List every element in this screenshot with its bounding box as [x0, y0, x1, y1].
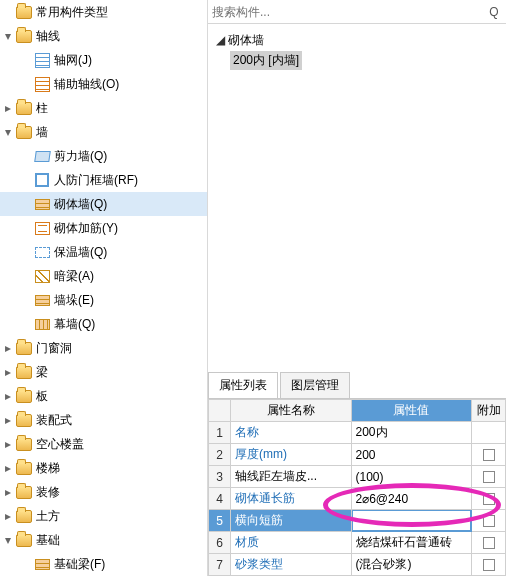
prop-value[interactable]: 200 — [351, 444, 472, 466]
expand-icon: ▸ — [2, 414, 14, 426]
row-index: 5 — [209, 510, 231, 532]
prop-name[interactable]: 材质 — [231, 532, 352, 554]
tree-leaf-darkbeam[interactable]: 暗梁(A) — [0, 264, 207, 288]
tree-node-axis[interactable]: ▾ 轴线 — [0, 24, 207, 48]
table-row[interactable]: 2厚度(mm)200 — [209, 444, 506, 466]
folder-icon — [16, 30, 32, 43]
table-row[interactable]: 7砂浆类型(混合砂浆) — [209, 554, 506, 576]
table-row[interactable]: 1名称200内 — [209, 422, 506, 444]
table-row[interactable]: 4砌体通长筋2⌀6@240 — [209, 488, 506, 510]
prop-ext[interactable] — [472, 466, 506, 488]
tree-label: 砌体墙(Q) — [54, 196, 107, 213]
checkbox-icon[interactable] — [483, 471, 495, 483]
collapse-icon: ▾ — [2, 30, 14, 42]
folder-icon — [16, 126, 32, 139]
viewer-group[interactable]: ◢ 砌体墙 — [216, 30, 498, 50]
expand-icon: ▸ — [2, 102, 14, 114]
tree-label: 剪力墙(Q) — [54, 148, 107, 165]
checkbox-icon[interactable] — [483, 559, 495, 571]
prop-value[interactable]: 烧结煤矸石普通砖 — [351, 532, 472, 554]
prop-value[interactable]: (100) — [351, 466, 472, 488]
prop-name[interactable]: 轴线距左墙皮... — [231, 466, 352, 488]
tree-node-3[interactable]: ▸装配式 — [0, 408, 207, 432]
tree-node-wall[interactable]: ▾ 墙 — [0, 120, 207, 144]
col-header-name[interactable]: 属性名称 — [231, 400, 352, 422]
expand-icon: ▸ — [2, 390, 14, 402]
col-header-value[interactable]: 属性值 — [351, 400, 472, 422]
expand-icon: ▸ — [2, 486, 14, 498]
expand-icon: ▸ — [2, 462, 14, 474]
checkbox-icon[interactable] — [483, 493, 495, 505]
folder-icon — [16, 486, 32, 499]
tree-leaf-curtainwall[interactable]: 幕墙(Q) — [0, 312, 207, 336]
table-row[interactable]: 3轴线距左墙皮...(100) — [209, 466, 506, 488]
collapse-icon: ◢ — [216, 33, 228, 47]
prop-ext[interactable] — [472, 422, 506, 444]
pier-icon — [34, 292, 50, 308]
tree-node-6[interactable]: ▸装修 — [0, 480, 207, 504]
prop-value[interactable] — [351, 510, 472, 532]
prop-ext[interactable] — [472, 532, 506, 554]
folder-icon — [16, 414, 32, 427]
tree-leaf-foundation-beam[interactable]: 基础梁(F) — [0, 552, 207, 576]
tree-leaf-axis-grid[interactable]: 轴网(J) — [0, 48, 207, 72]
tree-node-2[interactable]: ▸板 — [0, 384, 207, 408]
prop-ext[interactable] — [472, 444, 506, 466]
curtainwall-icon — [34, 316, 50, 332]
checkbox-icon[interactable] — [483, 449, 495, 461]
tree-label: 暗梁(A) — [54, 268, 94, 285]
tree-leaf-masonry-rebar[interactable]: 砌体加筋(Y) — [0, 216, 207, 240]
prop-ext[interactable] — [472, 554, 506, 576]
prop-name[interactable]: 名称 — [231, 422, 352, 444]
tree-node-1[interactable]: ▸梁 — [0, 360, 207, 384]
search-hint-icon: Q — [486, 5, 502, 19]
folder-icon — [16, 342, 32, 355]
search-input[interactable] — [212, 5, 486, 19]
folder-icon — [16, 6, 32, 19]
prop-name[interactable]: 砂浆类型 — [231, 554, 352, 576]
col-header-ext[interactable]: 附加 — [472, 400, 506, 422]
row-index: 7 — [209, 554, 231, 576]
tree-label: 保温墙(Q) — [54, 244, 107, 261]
tab-layers[interactable]: 图层管理 — [280, 372, 350, 398]
tree-leaf-masonry[interactable]: 砌体墙(Q) — [0, 192, 207, 216]
tab-properties[interactable]: 属性列表 — [208, 372, 278, 398]
prop-name[interactable]: 砌体通长筋 — [231, 488, 352, 510]
tree-node-column[interactable]: ▸ 柱 — [0, 96, 207, 120]
checkbox-icon[interactable] — [483, 515, 495, 527]
viewer-item[interactable]: 200内 [内墙] — [216, 50, 498, 70]
tree-leaf-shearwall[interactable]: 剪力墙(Q) — [0, 144, 207, 168]
prop-ext[interactable] — [472, 510, 506, 532]
prop-name[interactable]: 厚度(mm) — [231, 444, 352, 466]
tree-leaf-insulation[interactable]: 保温墙(Q) — [0, 240, 207, 264]
row-index: 2 — [209, 444, 231, 466]
folder-icon — [16, 102, 32, 115]
tree-label: 墙垛(E) — [54, 292, 94, 309]
table-row[interactable]: 5横向短筋 — [209, 510, 506, 532]
tree-node-7[interactable]: ▸土方 — [0, 504, 207, 528]
darkbeam-icon — [34, 268, 50, 284]
tree-leaf-doorframewall[interactable]: 人防门框墙(RF) — [0, 168, 207, 192]
tree-node-0[interactable]: ▸门窗洞 — [0, 336, 207, 360]
prop-value[interactable]: 2⌀6@240 — [351, 488, 472, 510]
tree-node-common[interactable]: 常用构件类型 — [0, 0, 207, 24]
prop-ext[interactable] — [472, 488, 506, 510]
right-panel: Q ◢ 砌体墙 200内 [内墙] 属性列表 图层管理 属性名称 属性值 附加 … — [208, 0, 506, 576]
tree-node-8[interactable]: ▾基础 — [0, 528, 207, 552]
folder-icon — [16, 390, 32, 403]
tree-label: 柱 — [36, 100, 48, 117]
prop-name[interactable]: 横向短筋 — [231, 510, 352, 532]
expand-icon: ▸ — [2, 510, 14, 522]
table-row[interactable]: 6材质烧结煤矸石普通砖 — [209, 532, 506, 554]
checkbox-icon[interactable] — [483, 537, 495, 549]
prop-tabs: 属性列表 图层管理 — [208, 372, 506, 399]
expand-icon: ▸ — [2, 438, 14, 450]
tree-node-4[interactable]: ▸空心楼盖 — [0, 432, 207, 456]
row-index: 3 — [209, 466, 231, 488]
tree-label: 空心楼盖 — [36, 436, 84, 453]
tree-leaf-pier[interactable]: 墙垛(E) — [0, 288, 207, 312]
tree-leaf-aux-axis[interactable]: 辅助轴线(O) — [0, 72, 207, 96]
tree-node-5[interactable]: ▸楼梯 — [0, 456, 207, 480]
prop-value[interactable]: 200内 — [351, 422, 472, 444]
prop-value[interactable]: (混合砂浆) — [351, 554, 472, 576]
